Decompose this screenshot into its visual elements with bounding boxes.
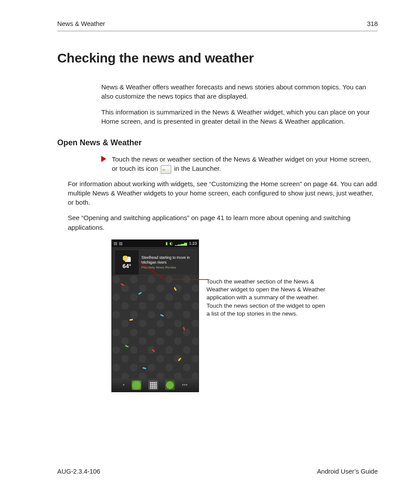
- apps-grid-icon: [148, 380, 158, 390]
- status-bar: ▧ ▧ ▮◐▁▂▃▅ 1:23: [112, 240, 199, 247]
- dock: • •••: [112, 379, 199, 392]
- page-title: Checking the news and weather: [57, 51, 378, 66]
- footer-right: Android User’s Guide: [317, 468, 378, 475]
- running-head-page: 318: [367, 20, 378, 27]
- bullet-triangle-icon: [101, 156, 106, 162]
- continuation-para-2: See “Opening and switching applications”…: [57, 213, 378, 232]
- step-text-before: Touch the news or weather section of the…: [112, 155, 371, 172]
- widget-news-section: Steelhead starting to move in Michigan r…: [139, 250, 195, 275]
- dock-indicator-right: •••: [182, 382, 188, 388]
- news-weather-widget: 64° Steelhead starting to move in Michig…: [114, 250, 196, 275]
- widget-source: Petoskey News-Review: [141, 265, 193, 269]
- section-heading: Open News & Weather: [57, 138, 378, 147]
- news-weather-app-icon: [161, 165, 171, 174]
- intro-para-2: This information is summarized in the Ne…: [101, 107, 378, 126]
- home-wallpaper: [112, 275, 199, 379]
- dock-indicator-left: •: [123, 382, 125, 388]
- status-time: 1:23: [189, 241, 197, 246]
- continuation-para-1: For information about working with widge…: [57, 179, 378, 207]
- intro-para-1: News & Weather offers weather forecasts …: [101, 82, 378, 101]
- figure-callout: Touch the weather section of the News & …: [206, 278, 325, 318]
- widget-weather-section: 64°: [115, 250, 139, 275]
- step-item: Touch the news or weather section of the…: [101, 155, 378, 173]
- widget-headline: Steelhead starting to move in Michigan r…: [141, 255, 193, 264]
- widget-temp: 64°: [122, 263, 131, 269]
- browser-icon: [165, 380, 175, 390]
- step-text-after: in the Launcher.: [174, 165, 221, 172]
- phone-screenshot: ▧ ▧ ▮◐▁▂▃▅ 1:23 64° Steelhead starting t…: [112, 240, 199, 392]
- weather-sun-cloud-icon: [123, 256, 131, 262]
- phone-icon: [132, 380, 141, 390]
- footer-left: AUG-2.3.4-106: [57, 468, 100, 475]
- running-head-section: News & Weather: [57, 20, 105, 27]
